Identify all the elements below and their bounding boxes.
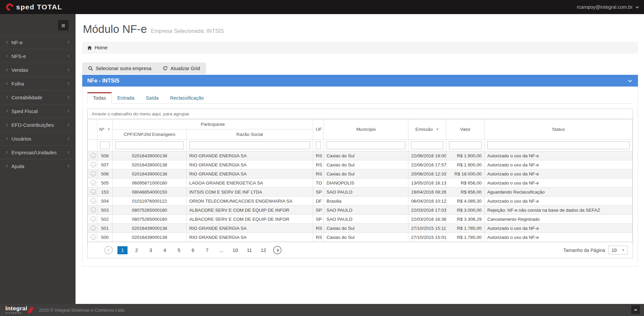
cell-emissao: 22/03/2016 16:36:27: [408, 215, 446, 224]
sidebar-item[interactable]: Empresas/Unidades: [0, 145, 76, 159]
sidebar-item[interactable]: Folha: [0, 76, 76, 90]
page-number[interactable]: 7: [202, 246, 212, 254]
filter-valor-input[interactable]: [449, 141, 482, 149]
table-row: → 153 08048854000150 INTSIS COM E SERV D…: [88, 188, 633, 197]
cell-cpf-cnpj: 02016439000138: [113, 224, 187, 233]
page-numbers: 1 2 3 4 5 6 7: [115, 246, 270, 254]
row-expand-button[interactable]: →: [88, 206, 97, 215]
header-cpf-cnpj[interactable]: CPF/CNPJ/Id Estrangeiro: [113, 129, 187, 140]
panel-collapse-icon[interactable]: [628, 78, 632, 82]
previous-page-button[interactable]: [104, 246, 113, 254]
page-number[interactable]: 11: [244, 246, 254, 254]
header-participante-group: Participante: [113, 119, 313, 129]
dropdown-caret-icon[interactable]: ▼: [436, 127, 439, 131]
filter-razao-social-input[interactable]: [189, 141, 310, 149]
cell-status: Autorizado o uso da NF-e: [485, 151, 633, 160]
cell-cpf-cnpj: 08075265000160: [113, 215, 187, 224]
row-expand-button[interactable]: →: [88, 188, 97, 197]
scroll-to-top-button[interactable]: [631, 305, 640, 314]
row-expand-button[interactable]: →: [88, 151, 97, 160]
header-razao-social[interactable]: Razão Social: [187, 129, 313, 140]
tab[interactable]: Saída: [140, 92, 164, 104]
table-row: → 501 02016439000138 RIO GRANDE ENERGIA …: [88, 224, 633, 233]
logo-text-total: TOTAL: [37, 3, 62, 11]
cell-uf: TO: [313, 178, 324, 188]
sidebar-item[interactable]: NFS-e: [0, 49, 76, 63]
expand-arrow-icon: →: [91, 234, 96, 240]
filter-numero-input[interactable]: [100, 141, 110, 149]
header-numero[interactable]: Nº▼: [97, 119, 113, 140]
sidebar-collapse-button[interactable]: ≡: [58, 20, 68, 31]
tab-bar: Todas Entrada Saída Reclassificação: [87, 92, 633, 104]
chevron-left-icon: [68, 123, 70, 126]
row-expand-button[interactable]: →: [88, 169, 97, 178]
expand-arrow-icon: →: [91, 189, 96, 195]
cell-status: Autorizado o uso da NF-e: [485, 160, 633, 169]
panel-title: NFe - INTSIS: [87, 78, 119, 84]
sidebar-item-label: NF-e: [11, 40, 68, 45]
logo-slash-icon: [28, 307, 34, 313]
tab[interactable]: Entrada: [112, 92, 140, 104]
chevron-down-icon: [636, 5, 639, 8]
header-expand-col: [88, 119, 97, 140]
row-expand-button[interactable]: →: [88, 160, 97, 169]
page-number[interactable]: 6: [188, 246, 198, 254]
cell-uf: RS: [313, 233, 324, 242]
table-row: → 503 08075265000160 ALBACORE SERV E COM…: [88, 206, 633, 215]
page-list: 1 2 3 4 5 6 7: [102, 246, 284, 254]
cell-cpf-cnpj: 02016439000138: [113, 160, 187, 169]
page-number[interactable]: 4: [160, 246, 170, 254]
cell-numero: 505: [97, 178, 113, 188]
page-number[interactable]: 1: [117, 246, 128, 254]
page-number[interactable]: 5: [174, 246, 184, 254]
sidebar-item[interactable]: Sped Fiscal: [0, 104, 76, 118]
page-size-select[interactable]: 10 ▼: [608, 246, 628, 255]
filter-uf-input[interactable]: [316, 141, 321, 149]
cell-razao-social: RIO GRANDE ENERGIA SA: [187, 224, 313, 233]
page-number[interactable]: 3: [146, 246, 156, 254]
cell-razao-social: LAGOA GRANDE ENERGETICA SA: [187, 178, 313, 188]
page-number[interactable]: 10: [230, 246, 240, 254]
filter-emissao-input[interactable]: [411, 141, 443, 149]
page-number[interactable]: 2: [132, 246, 142, 254]
tab[interactable]: Todas: [87, 92, 112, 104]
filter-cpf-cnpj-input[interactable]: [115, 141, 184, 149]
select-company-button[interactable]: Selecionar outra empresa: [84, 62, 155, 74]
filter-municipio-input[interactable]: [327, 141, 405, 149]
sidebar-item[interactable]: NF-e: [0, 35, 76, 49]
cell-numero: 506: [97, 169, 113, 178]
row-expand-button[interactable]: →: [88, 233, 97, 242]
cell-razao-social: RIO GRANDE ENERGIA SA: [187, 233, 313, 242]
cell-emissao: 19/04/2016 08:26:00: [408, 188, 446, 197]
nfe-panel-header: NFe - INTSIS: [82, 75, 638, 87]
page-number[interactable]: 12: [258, 246, 268, 254]
breadcrumb-home[interactable]: Home: [95, 45, 108, 50]
row-expand-button[interactable]: →: [88, 197, 97, 206]
refresh-grid-button[interactable]: Atualizar Grid: [159, 62, 204, 74]
table-header: Nº▼ Participante UF Município Emissão▼ V…: [88, 119, 633, 151]
sidebar-item[interactable]: EFD-Contribuições: [0, 118, 76, 131]
dropdown-caret-icon: ▼: [622, 248, 625, 252]
sidebar-item[interactable]: Ajuda: [0, 159, 76, 173]
chevron-left-icon: [68, 137, 70, 140]
sidebar-item[interactable]: Contabilidade: [0, 90, 76, 104]
header-municipio[interactable]: Município: [324, 119, 408, 140]
user-menu[interactable]: rcampoy@integral.com.br: [577, 4, 638, 10]
row-expand-button[interactable]: →: [88, 215, 97, 224]
header-status[interactable]: Status: [485, 119, 633, 140]
tab[interactable]: Reclassificação: [164, 92, 209, 104]
row-expand-button[interactable]: →: [88, 178, 97, 188]
sidebar-menu: NF-e NFS-e Vendas Folha: [0, 35, 76, 173]
sidebar-item[interactable]: Usuários: [0, 131, 76, 145]
page-number[interactable]: ...: [216, 246, 226, 254]
header-valor[interactable]: Valor: [446, 119, 485, 140]
header-emissao[interactable]: Emissão▼: [408, 119, 446, 140]
header-uf[interactable]: UF: [313, 119, 324, 140]
cell-razao-social: ALBACORE SERV E COM DE EQUIP DE INFOR: [187, 215, 313, 224]
next-page-button[interactable]: [273, 246, 282, 254]
filter-status-input[interactable]: [487, 141, 630, 149]
sidebar-item[interactable]: Vendas: [0, 63, 76, 76]
cell-numero: 504: [97, 197, 113, 206]
row-expand-button[interactable]: →: [88, 224, 97, 233]
dropdown-caret-icon[interactable]: ▼: [107, 127, 110, 131]
